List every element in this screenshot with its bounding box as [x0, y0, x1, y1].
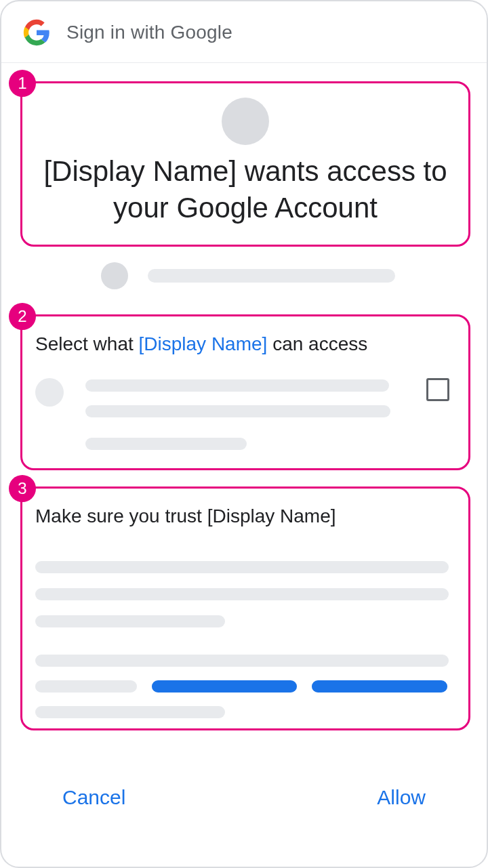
account-email-placeholder	[148, 269, 395, 283]
header-bar: Sign in with Google	[1, 1, 487, 63]
annotation-box-2: 2	[20, 314, 470, 470]
footer-actions: Cancel Allow	[1, 760, 487, 835]
header-title: Sign in with Google	[66, 22, 232, 43]
cancel-button[interactable]: Cancel	[62, 786, 125, 809]
annotation-badge-3: 3	[9, 475, 36, 502]
annotation-box-1: 1	[20, 81, 470, 247]
annotation-box-3: 3	[20, 487, 470, 730]
annotation-badge-2: 2	[9, 303, 36, 330]
device-frame: Sign in with Google [Display Name] wants…	[0, 0, 488, 868]
account-avatar-placeholder	[101, 262, 128, 289]
allow-button[interactable]: Allow	[377, 786, 426, 809]
annotation-badge-1: 1	[9, 70, 36, 97]
google-g-icon	[23, 19, 50, 46]
